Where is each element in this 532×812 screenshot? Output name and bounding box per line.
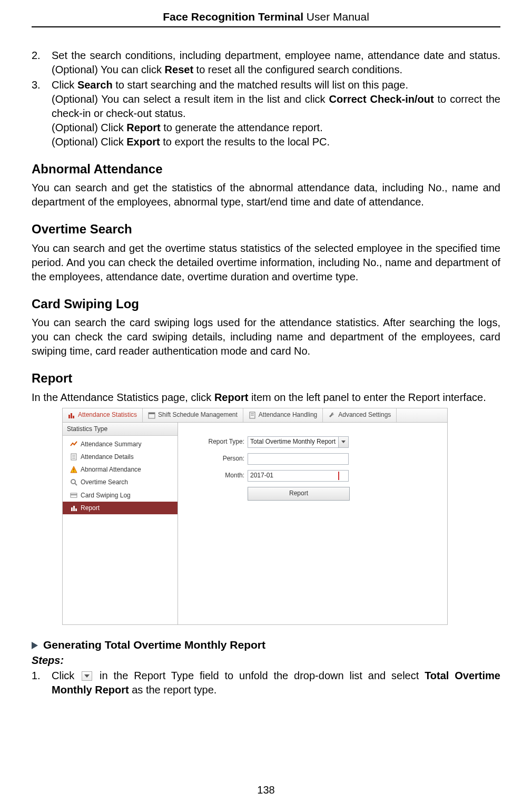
svg-rect-0 xyxy=(68,415,70,418)
step-text: Click in the Report Type field to unfold… xyxy=(52,669,500,697)
details-icon xyxy=(70,453,77,461)
calendar-icon xyxy=(148,412,155,419)
document-icon xyxy=(249,412,256,419)
month-input[interactable]: 2017-01 xyxy=(248,470,349,482)
tab-label: Shift Schedule Management xyxy=(158,410,238,419)
sidebar-item-overtime[interactable]: Overtime Search xyxy=(68,476,178,488)
svg-point-15 xyxy=(71,480,75,484)
month-label: Month: xyxy=(197,471,248,480)
svg-rect-2 xyxy=(73,416,74,418)
sidebar-item-label: Overtime Search xyxy=(81,478,128,486)
section-heading-abnormal: Abnormal Attendance xyxy=(32,161,500,178)
header-title-bold: Face Recognition Terminal xyxy=(163,11,303,23)
svg-rect-4 xyxy=(149,413,155,414)
report-type-value: Total Overtime Monthly Report xyxy=(250,437,336,446)
sidebar-item-label: Abnormal Attendance xyxy=(81,465,141,474)
summary-icon xyxy=(70,441,77,448)
svg-point-14 xyxy=(73,471,74,472)
list-item: 1. Click in the Report Type field to unf… xyxy=(32,669,500,697)
bar-chart-icon xyxy=(68,412,75,419)
month-value: 2017-01 xyxy=(250,471,273,480)
report-button-label: Report xyxy=(289,489,308,497)
svg-rect-20 xyxy=(73,506,75,511)
tab-attendance-handling[interactable]: Attendance Handling xyxy=(243,408,323,422)
chevron-down-icon xyxy=(82,671,92,681)
person-input[interactable] xyxy=(248,453,349,465)
svg-rect-1 xyxy=(71,413,72,418)
section-body: You can search and get the statistics of… xyxy=(32,181,500,209)
tab-bar: Attendance Statistics Shift Schedule Man… xyxy=(63,408,447,423)
step-number: 1. xyxy=(32,669,52,697)
section-body: You can search the card swiping logs use… xyxy=(32,316,500,358)
report-icon xyxy=(70,504,77,512)
page-number: 138 xyxy=(0,784,532,796)
top-steps-list: 2. Set the search conditions, including … xyxy=(32,48,500,149)
section-heading-report: Report xyxy=(32,370,500,387)
report-form: Report Type: Total Overtime Monthly Repo… xyxy=(178,423,447,624)
sidebar: Statistics Type Attendance Summary Atten… xyxy=(63,423,178,624)
section-heading-overtime: Overtime Search xyxy=(32,221,500,238)
sub-heading: Generating Total Overtime Monthly Report xyxy=(32,638,500,652)
tab-attendance-statistics[interactable]: Attendance Statistics xyxy=(63,408,143,422)
search-icon xyxy=(70,478,77,486)
calendar-icon xyxy=(338,472,347,480)
sidebar-item-label: Attendance Summary xyxy=(81,440,141,448)
arrow-bullet-icon xyxy=(32,642,38,649)
sidebar-item-details[interactable]: Attendance Details xyxy=(68,451,178,463)
wrench-icon xyxy=(328,412,336,419)
header-title-rest: User Manual xyxy=(303,11,369,23)
tab-label: Advanced Settings xyxy=(338,410,391,419)
svg-line-16 xyxy=(75,483,77,485)
svg-marker-22 xyxy=(341,441,346,443)
svg-rect-18 xyxy=(71,494,77,495)
card-icon xyxy=(70,492,77,499)
tab-label: Attendance Statistics xyxy=(78,410,137,419)
section-body: In the Attendance Statistics page, click… xyxy=(32,390,500,405)
sidebar-item-card-log[interactable]: Card Swiping Log xyxy=(68,489,178,502)
list-item: 2. Set the search conditions, including … xyxy=(32,48,500,77)
step-number: 3. xyxy=(32,78,52,149)
sidebar-item-label: Attendance Details xyxy=(81,453,134,461)
sidebar-item-report[interactable]: Report xyxy=(63,502,178,514)
step-text: Click Search to start searching and the … xyxy=(52,78,500,149)
svg-rect-19 xyxy=(71,507,73,511)
svg-rect-21 xyxy=(75,508,77,511)
sidebar-item-abnormal[interactable]: Abnormal Attendance xyxy=(68,463,178,476)
tab-shift-schedule[interactable]: Shift Schedule Management xyxy=(143,408,243,422)
report-button[interactable]: Report xyxy=(248,487,350,501)
sidebar-heading: Statistics Type xyxy=(63,423,178,436)
steps-label: Steps: xyxy=(32,653,500,668)
report-type-label: Report Type: xyxy=(197,437,248,446)
list-item: 3. Click Search to start searching and t… xyxy=(32,78,500,149)
bottom-steps-list: 1. Click in the Report Type field to unf… xyxy=(32,669,500,697)
sidebar-item-label: Card Swiping Log xyxy=(81,491,131,500)
section-body: You can search and get the overtime stat… xyxy=(32,241,500,284)
sub-heading-text: Generating Total Overtime Monthly Report xyxy=(43,639,265,651)
report-screenshot: Attendance Statistics Shift Schedule Man… xyxy=(62,408,448,625)
sidebar-item-summary[interactable]: Attendance Summary xyxy=(68,438,178,451)
tab-label: Attendance Handling xyxy=(259,410,317,419)
chevron-down-icon xyxy=(338,437,348,447)
step-text: Set the search conditions, including dep… xyxy=(52,48,500,77)
warning-icon xyxy=(70,466,77,473)
page-header: Face Recognition Terminal User Manual xyxy=(32,11,500,27)
person-label: Person: xyxy=(197,454,248,463)
report-type-select[interactable]: Total Overtime Monthly Report xyxy=(248,436,349,448)
section-heading-card-swiping: Card Swiping Log xyxy=(32,296,500,312)
step-number: 2. xyxy=(32,48,52,77)
sidebar-item-label: Report xyxy=(81,504,100,512)
tab-advanced-settings[interactable]: Advanced Settings xyxy=(323,408,397,422)
